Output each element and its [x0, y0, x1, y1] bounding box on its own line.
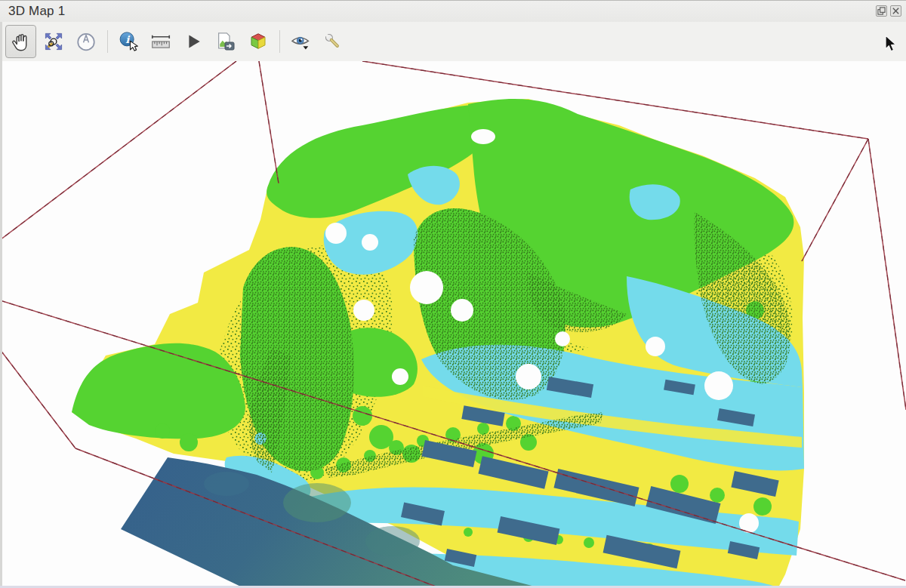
identify-icon: i: [117, 30, 140, 53]
play-animation-button[interactable]: [177, 25, 208, 58]
window-left-edge: [0, 22, 2, 588]
close-window-icon: [892, 7, 900, 15]
play-animation-icon: [182, 30, 205, 53]
close-window-button[interactable]: [890, 5, 901, 17]
3d-map-panel: 3D Map 1: [0, 0, 906, 588]
map-3d-scene: [0, 61, 906, 588]
export-image-button[interactable]: [210, 25, 241, 58]
identify-button[interactable]: i: [112, 25, 143, 58]
cube-3d-axes-button[interactable]: [242, 25, 273, 58]
3d-map-toolbar: i: [0, 22, 906, 61]
zoom-full-icon: [42, 30, 65, 53]
eye-effects-button[interactable]: [285, 25, 316, 58]
float-window-button[interactable]: [876, 5, 887, 17]
pan-camera-button[interactable]: [5, 25, 36, 58]
panel-title: 3D Map 1: [0, 4, 65, 19]
measure-line-button[interactable]: [145, 25, 176, 58]
arrow-pointer-icon: [882, 35, 898, 54]
export-image-icon: [214, 30, 237, 53]
3d-map-viewport[interactable]: [0, 61, 906, 588]
configure-wrench-button[interactable]: [317, 25, 348, 58]
measure-line-icon: [149, 30, 172, 53]
toolbar-separator: [107, 30, 108, 53]
toolbar-separator: [279, 30, 280, 53]
panel-titlebar[interactable]: 3D Map 1: [0, 1, 906, 22]
mouse-cursor: [882, 35, 898, 57]
configure-wrench-icon: [322, 30, 344, 53]
float-window-icon: [877, 7, 886, 15]
zoom-full-button[interactable]: [38, 25, 69, 58]
eye-effects-icon: [289, 30, 312, 53]
set-view-direction-button[interactable]: [70, 25, 101, 58]
cube-3d-axes-icon: [247, 30, 270, 53]
set-view-direction-icon: [75, 30, 97, 53]
pan-camera-icon: [10, 30, 32, 53]
